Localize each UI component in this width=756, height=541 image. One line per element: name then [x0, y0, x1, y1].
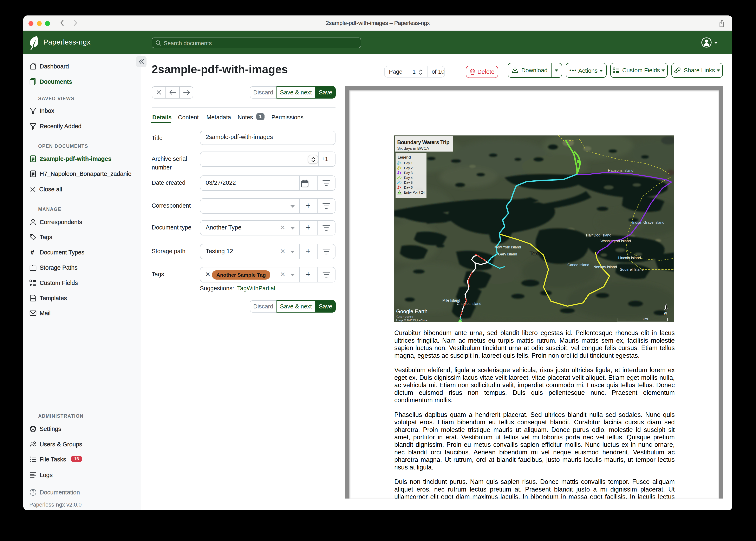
svg-text:Charlies Island: Charlies Island [457, 301, 481, 306]
svg-text:Indian Grave Island: Indian Grave Island [632, 221, 664, 225]
svg-text:New York Island: New York Island [494, 245, 521, 249]
svg-text:Squirrel Island: Squirrel Island [620, 268, 644, 271]
svg-text:Gary Island: Gary Island [498, 252, 517, 256]
svg-text:Half Dog Island: Half Dog Island [586, 233, 611, 237]
svg-text:Day 5: Day 5 [404, 181, 413, 184]
svg-text:Google Earth: Google Earth [396, 308, 428, 314]
svg-text:Day 6: Day 6 [404, 186, 413, 189]
svg-text:Day 1: Day 1 [404, 162, 413, 165]
svg-text:3 mi: 3 mi [642, 317, 648, 321]
svg-text:Legend: Legend [398, 155, 411, 159]
svg-text:Canoe Island: Canoe Island [567, 263, 589, 267]
svg-text:Day 4: Day 4 [404, 176, 413, 180]
svg-text:Norway Island: Norway Island [593, 265, 617, 269]
svg-text:Day 2: Day 2 [404, 166, 413, 170]
svg-text:Image © 2017 DigitalGlobe: Image © 2017 DigitalGlobe [396, 319, 427, 322]
svg-text:N: N [664, 310, 667, 316]
svg-text:Washington Island: Washington Island [600, 239, 631, 243]
svg-text:Lincoln Island: Lincoln Island [618, 256, 641, 260]
svg-text:Hausons Island: Hausons Island [608, 169, 633, 173]
svg-text:Boundary Waters Trip: Boundary Waters Trip [397, 139, 449, 145]
svg-text:©2017 Google: ©2017 Google [396, 315, 413, 318]
svg-text:Six days in BWCA: Six days in BWCA [397, 146, 429, 151]
svg-text:Entry Point 24: Entry Point 24 [404, 191, 425, 194]
svg-text:Text: Text [529, 251, 540, 257]
svg-text:Day 3: Day 3 [404, 171, 413, 175]
